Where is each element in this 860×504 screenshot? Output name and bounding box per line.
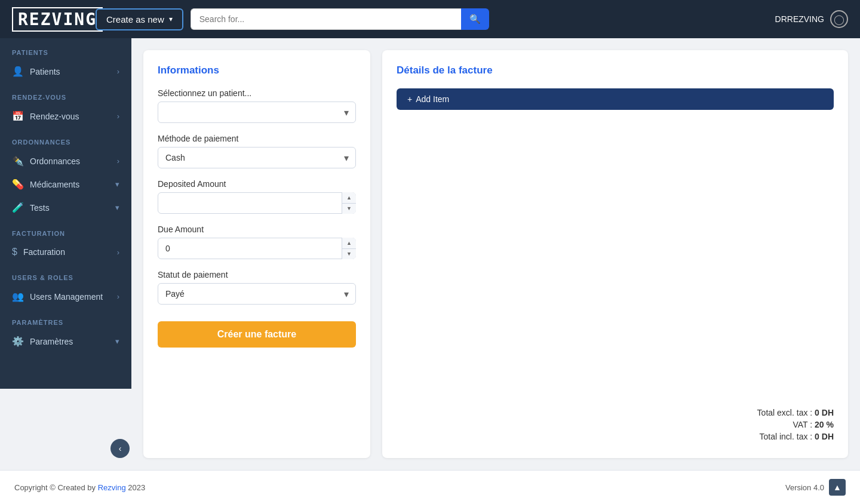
parametres-arrow-icon: ▾ [115, 337, 119, 346]
sidebar-label-medicaments: Médicaments [30, 180, 79, 189]
footer: Copyright © Created by Rezving 2023 Vers… [0, 470, 860, 504]
due-amount-decrement[interactable]: ▼ [342, 249, 356, 260]
vat-row: VAT : 20 % [397, 420, 834, 429]
total-incl-tax-label: Total incl. tax : [760, 432, 813, 441]
tests-arrow-icon: ▾ [115, 203, 119, 212]
rendez-vous-arrow-icon: › [117, 112, 119, 121]
main-layout: PATIENTS 👤 Patients › RENDEZ-VOUS 📅 Rend… [0, 38, 860, 470]
total-incl-tax-row: Total incl. tax : 0 DH [397, 432, 834, 441]
details-card: Détails de la facture + Add Item Total e… [382, 50, 848, 458]
sidebar-item-users-management[interactable]: 👥 Users Management › [0, 285, 131, 308]
total-excl-tax-row: Total excl. tax : 0 DH [397, 408, 834, 417]
deposited-amount-increment[interactable]: ▲ [342, 192, 356, 204]
dropdown-arrow-icon: ▾ [169, 15, 173, 23]
add-item-button[interactable]: + Add Item [397, 88, 834, 110]
sidebar-item-medicaments[interactable]: 💊 Médicaments ▾ [0, 173, 131, 196]
navbar: REZVING Create as new ▾ 🔍 DRREZVING ◯ [0, 0, 860, 38]
sidebar-collapse-button[interactable]: ‹ [110, 439, 130, 458]
due-amount-input[interactable] [158, 238, 356, 259]
deposited-amount-form-group: Deposited Amount ▲ ▼ [158, 179, 356, 214]
user-name: DRREZVING [775, 14, 824, 24]
sidebar-section-ordonnances: ORDONNANCES [0, 128, 131, 149]
content-row: Informations Sélectionnez un patient... … [143, 50, 848, 458]
add-item-label: Add Item [416, 94, 449, 104]
content-area: Informations Sélectionnez un patient... … [131, 38, 860, 470]
create-as-new-label: Create as new [106, 14, 164, 24]
footer-brand-link[interactable]: Rezving [98, 483, 126, 492]
ordonnances-arrow-icon: › [117, 156, 119, 165]
patients-icon: 👤 [12, 66, 24, 77]
deposited-amount-decrement[interactable]: ▼ [342, 204, 356, 214]
medicaments-arrow-icon: ▾ [115, 180, 119, 189]
invoice-items-area [397, 122, 834, 396]
deposited-amount-input[interactable] [158, 192, 356, 214]
sidebar-label-ordonnances: Ordonnances [30, 156, 80, 166]
info-card-title: Informations [158, 64, 356, 76]
sidebar-item-ordonnances[interactable]: ✒️ Ordonnances › [0, 149, 131, 173]
due-amount-increment[interactable]: ▲ [342, 238, 356, 249]
sidebar-item-parametres[interactable]: ⚙️ Paramètres ▾ [0, 330, 131, 353]
search-input[interactable] [191, 8, 461, 30]
vat-value: 20 % [815, 420, 834, 429]
total-excl-tax-label: Total excl. tax : [757, 408, 813, 417]
logo-text: REZVING [12, 7, 103, 32]
search-container: 🔍 [191, 8, 489, 30]
total-excl-tax-value: 0 DH [815, 408, 834, 417]
sidebar-label-parametres: Paramètres [30, 337, 73, 346]
footer-version-text: Version 4.0 [785, 483, 824, 492]
search-button[interactable]: 🔍 [461, 8, 489, 30]
patient-form-group: Sélectionnez un patient... [158, 88, 356, 123]
due-amount-label: Due Amount [158, 225, 356, 234]
medicaments-icon: 💊 [12, 179, 24, 190]
footer-copyright-text: Copyright © Created by [14, 483, 98, 492]
sidebar-label-facturation: Facturation [23, 247, 65, 257]
patient-select[interactable] [158, 102, 356, 123]
navbar-right: DRREZVING ◯ [775, 10, 848, 28]
total-incl-tax-value: 0 DH [815, 432, 834, 441]
payment-status-label: Statut de paiement [158, 270, 356, 279]
sidebar-section-patients: PATIENTS [0, 38, 131, 60]
info-card: Informations Sélectionnez un patient... … [143, 50, 370, 458]
details-card-title: Détails de la facture [397, 64, 834, 76]
payment-method-label: Méthode de paiement [158, 134, 356, 143]
sidebar-item-rendez-vous[interactable]: 📅 Rendez-vous › [0, 105, 131, 128]
create-invoice-label: Créer une facture [217, 329, 297, 339]
create-invoice-button[interactable]: Créer une facture [158, 321, 356, 348]
payment-method-select[interactable]: Cash Carte Virement [158, 147, 356, 168]
user-avatar-icon: ◯ [834, 14, 844, 25]
sidebar-section-facturation: FACTURATION [0, 219, 131, 241]
tests-icon: 🧪 [12, 202, 24, 213]
sidebar-label-users-management: Users Management [30, 292, 103, 302]
users-management-icon: 👥 [12, 291, 24, 302]
sidebar-item-facturation[interactable]: $ Facturation › [0, 241, 131, 263]
patient-label: Sélectionnez un patient... [158, 88, 356, 98]
footer-version: Version 4.0 ▲ [785, 479, 846, 496]
facturation-arrow-icon: › [117, 248, 119, 257]
sidebar-section-rendez-vous: RENDEZ-VOUS [0, 83, 131, 105]
due-amount-form-group: Due Amount ▲ ▼ [158, 225, 356, 259]
footer-year: 2023 [128, 483, 145, 492]
patients-arrow-icon: › [117, 67, 119, 76]
user-avatar[interactable]: ◯ [830, 10, 848, 28]
payment-method-form-group: Méthode de paiement Cash Carte Virement [158, 134, 356, 168]
scroll-to-top-button[interactable]: ▲ [829, 479, 846, 496]
sidebar-collapse-icon: ‹ [119, 444, 122, 453]
sidebar-label-patients: Patients [30, 67, 60, 76]
sidebar: PATIENTS 👤 Patients › RENDEZ-VOUS 📅 Rend… [0, 38, 131, 389]
payment-status-select[interactable]: Payé Non payé Partiel [158, 283, 356, 305]
scroll-up-icon: ▲ [833, 483, 841, 492]
sidebar-section-users: USERS & ROLES [0, 263, 131, 285]
deposited-amount-label: Deposited Amount [158, 179, 356, 189]
sidebar-label-tests: Tests [30, 203, 50, 213]
sidebar-wrapper: PATIENTS 👤 Patients › RENDEZ-VOUS 📅 Rend… [0, 38, 131, 470]
users-management-arrow-icon: › [117, 292, 119, 301]
facturation-icon: $ [12, 247, 17, 257]
ordonnances-icon: ✒️ [12, 155, 24, 167]
sidebar-item-patients[interactable]: 👤 Patients › [0, 60, 131, 83]
create-as-new-button[interactable]: Create as new ▾ [96, 8, 183, 30]
add-item-plus-icon: + [407, 94, 412, 104]
totals-section: Total excl. tax : 0 DH VAT : 20 % Total … [397, 396, 834, 444]
sidebar-label-rendez-vous: Rendez-vous [30, 112, 79, 121]
sidebar-section-parametres: PARAMÈTRES [0, 308, 131, 330]
sidebar-item-tests[interactable]: 🧪 Tests ▾ [0, 196, 131, 219]
